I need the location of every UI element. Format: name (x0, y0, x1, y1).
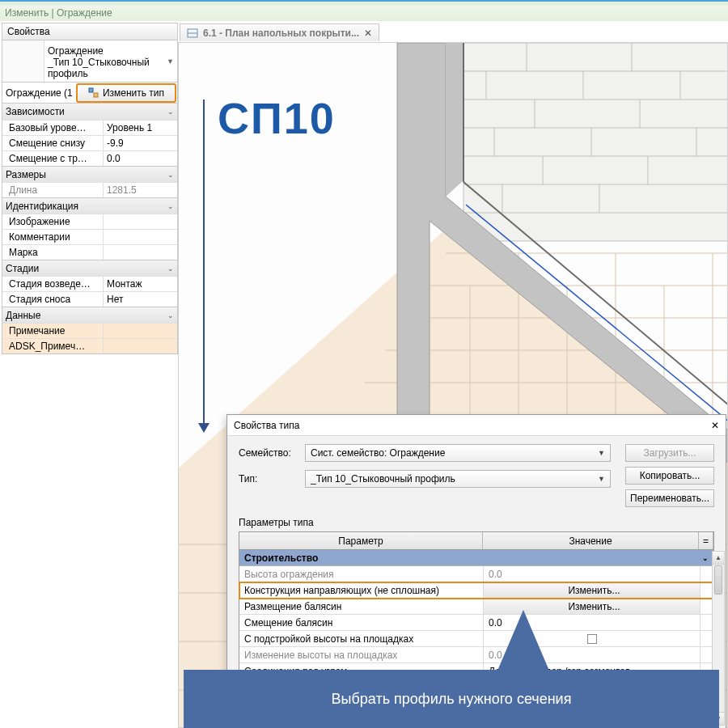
instance-count: Ограждение (1 (2, 87, 75, 99)
comments-v[interactable] (104, 230, 177, 244)
svg-rect-0 (89, 88, 93, 92)
offset-path-v[interactable]: 0.0 (104, 151, 177, 166)
edit-type-icon (88, 87, 99, 99)
base-level-k: Базовый урове… (2, 121, 104, 135)
rename-button[interactable]: Переименовать... (625, 489, 714, 507)
type-params-label: Параметры типа (239, 517, 714, 528)
length-k: Длина (2, 183, 104, 197)
landing-change-k: Изменение высоты на площадках (239, 647, 484, 662)
adsk-note-v[interactable] (104, 339, 177, 353)
edit-type-label: Изменить тип (103, 87, 164, 99)
guide-arrow (203, 99, 205, 427)
type-label: Тип: (239, 473, 305, 485)
edit-type-button[interactable]: Изменить тип (77, 84, 176, 102)
properties-header: Свойства (2, 23, 178, 40)
col-value: Значение (483, 532, 699, 549)
type-name: _Тип 10_Стыковочный профиль (48, 57, 174, 79)
rail-structure-k: Конструкция направляющих (не сплошная) (239, 582, 484, 598)
adsk-note-k: ADSK_Примеч… (2, 339, 104, 353)
family-label: Семейство: (239, 447, 305, 459)
phase-demol-k: Стадия сноса (2, 292, 104, 307)
family-combo[interactable]: Сист. семейство: Ограждение▼ (305, 444, 611, 462)
railing-height-k: Высота ограждения (239, 566, 484, 582)
offset-bottom-k: Смещение снизу (2, 136, 104, 150)
col-equals: = (699, 532, 713, 549)
guide-arrow-head (198, 423, 210, 433)
group-deps[interactable]: Зависимости⌄ (2, 104, 177, 120)
offset-bottom-v[interactable]: -9.9 (104, 136, 177, 150)
chevron-down-icon: ▼ (598, 449, 605, 457)
chevron-down-icon: ▼ (598, 475, 605, 483)
svg-rect-1 (94, 93, 98, 97)
type-combo[interactable]: _Тип 10_Стыковочный профиль▼ (305, 470, 611, 488)
callout-banner: Выбрать профиль нужного сечения (184, 670, 719, 728)
phase-created-k: Стадия возведе… (2, 277, 104, 291)
family-name: Ограждение (48, 45, 174, 57)
view-icon (187, 28, 198, 39)
view-tab-title: 6.1 - План напольных покрыти... (203, 28, 359, 39)
copy-button[interactable]: Копировать... (625, 467, 714, 485)
view-tab[interactable]: 6.1 - План напольных покрыти... ✕ (180, 23, 379, 41)
dialog-close-icon[interactable]: ✕ (711, 420, 719, 431)
length-v: 1281.5 (104, 183, 177, 197)
svg-marker-42 (446, 43, 463, 197)
svg-rect-4 (463, 43, 728, 241)
offset-path-k: Смещение с тр… (2, 151, 104, 166)
cat-construction[interactable]: Строительство⌄ (239, 550, 713, 566)
rail-structure-edit-button[interactable]: Изменить... (484, 582, 700, 598)
scroll-thumb[interactable] (714, 565, 722, 595)
group-id[interactable]: Идентификация⌄ (2, 197, 177, 214)
group-dims[interactable]: Размеры⌄ (2, 166, 177, 182)
note-k: Примечание (2, 324, 104, 338)
baluster-offset-k: Смещение балясин (239, 615, 484, 630)
baluster-place-k: Размещение балясин (239, 599, 484, 614)
comments-k: Комментарии (2, 230, 104, 244)
mark-v[interactable] (104, 245, 177, 260)
chevron-down-icon: ▼ (167, 56, 174, 67)
group-phase[interactable]: Стадии⌄ (2, 260, 177, 276)
phase-demol-v[interactable]: Нет (104, 292, 177, 307)
load-button[interactable]: Загрузить... (625, 444, 714, 462)
phase-created-v[interactable]: Монтаж (104, 277, 177, 291)
dialog-title: Свойства типа (234, 420, 299, 431)
close-icon[interactable]: ✕ (364, 28, 372, 39)
image-k: Изображение (2, 214, 104, 229)
landing-adjust-k: С подстройкой высоты на площадках (239, 631, 484, 646)
group-data[interactable]: Данные⌄ (2, 307, 177, 323)
scroll-up-icon[interactable]: ▲ (713, 552, 724, 565)
railing-height-v: 0.0 (484, 566, 700, 582)
type-selector[interactable]: Ограждение _Тип 10_Стыковочный профиль ▼ (2, 40, 178, 83)
annotation-label: СП10 (218, 93, 336, 143)
callout-pointer (497, 610, 549, 671)
base-level-v[interactable]: Уровень 1 (104, 121, 177, 135)
mark-k: Марка (2, 245, 104, 260)
col-param: Параметр (239, 532, 483, 549)
note-v[interactable] (104, 324, 177, 338)
properties-grid: Зависимости⌄ Базовый урове…Уровень 1 Сме… (2, 104, 178, 354)
ribbon-tab-label: Изменить | Ограждение (0, 5, 728, 21)
image-v[interactable] (104, 214, 177, 229)
type-preview-thumb (2, 40, 44, 82)
properties-panel: Свойства Ограждение _Тип 10_Стыковочный … (2, 23, 178, 728)
